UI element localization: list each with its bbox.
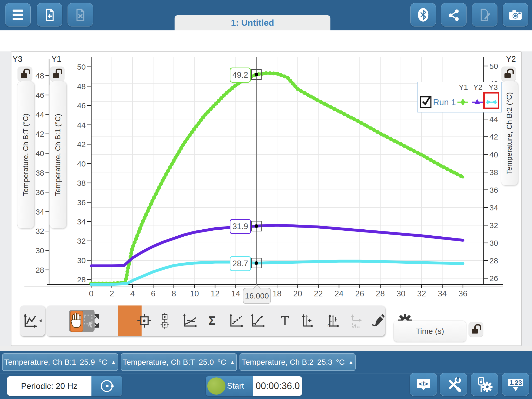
add-y-axis-icon (299, 312, 316, 329)
svg-text:30: 30 (36, 246, 44, 255)
sensor-meter-ch-bt[interactable]: Temperature, Ch B:T25.0°C▲ (121, 353, 237, 371)
svg-text:36: 36 (77, 198, 86, 207)
svg-text:Σ: Σ (208, 314, 216, 327)
edit-page-icon (477, 7, 492, 22)
examine-multi-icon (156, 312, 173, 329)
svg-text:42: 42 (36, 130, 44, 138)
page-tab[interactable]: 1: Untitled (175, 15, 330, 30)
svg-text:38: 38 (489, 168, 498, 177)
pencil-icon (371, 312, 387, 329)
svg-text:32: 32 (489, 221, 498, 230)
sensor-meter-ch-b2[interactable]: Temperature, Ch B:225.3°C▲ (240, 353, 356, 371)
sensor-value: 25.9 (80, 358, 95, 367)
tangent-tool-button[interactable] (182, 312, 199, 329)
timer-display: 00:00:36.0 (253, 376, 302, 396)
svg-text:2: 2 (110, 289, 114, 298)
y2-axis-label: Temperature, Ch B:2 (°C) (505, 92, 514, 174)
svg-text:34: 34 (36, 208, 44, 216)
sensor-value: 25.3 (317, 358, 332, 367)
chevron-up-icon: ▲ (230, 359, 235, 365)
menu-button[interactable] (5, 3, 31, 26)
svg-text:44: 44 (36, 110, 44, 119)
y1-axis-lock-button[interactable] (50, 66, 64, 81)
snapshot-button[interactable] (503, 3, 528, 26)
pan-select-toggle (69, 310, 95, 332)
x-cursor-handle[interactable]: 16.000 (243, 288, 271, 304)
svg-text:40: 40 (489, 150, 498, 159)
svg-text:26: 26 (489, 274, 498, 283)
graph-card: 2830323436384042444648283032343638404244… (11, 51, 522, 346)
svg-text:1.23: 1.23 (509, 379, 522, 386)
svg-text:30: 30 (489, 239, 498, 247)
svg-text:28: 28 (36, 266, 44, 274)
add-page-button[interactable] (37, 3, 62, 26)
cursor-value-ch-bt: 28.7 (230, 256, 251, 271)
svg-text:34: 34 (438, 289, 447, 298)
svg-text:14: 14 (231, 289, 240, 298)
svg-text:32: 32 (77, 237, 86, 245)
y2-axis-lock-button[interactable] (501, 66, 516, 81)
run1-label: Run 1 (433, 97, 456, 107)
y1-axis-tag: Y1 (51, 55, 61, 64)
svg-text:50: 50 (77, 63, 86, 71)
marquee-select-icon (83, 312, 94, 329)
app-screen: 1: Untitled 2830323436384042444648283032… (0, 0, 532, 399)
run1-checkbox[interactable] (420, 96, 431, 108)
tools-icon (445, 376, 462, 393)
svg-text:32: 32 (36, 227, 44, 235)
annotate-button[interactable]: T (277, 312, 293, 329)
examine-point-button[interactable] (136, 312, 152, 329)
svg-text:48: 48 (77, 82, 86, 91)
bluetooth-button[interactable] (410, 3, 436, 26)
svg-text:36: 36 (489, 186, 498, 194)
share-button[interactable] (441, 3, 467, 26)
bluetooth-icon (416, 7, 431, 22)
svg-text:38: 38 (77, 179, 86, 187)
svg-text:26: 26 (355, 289, 364, 298)
svg-text:10: 10 (190, 289, 199, 298)
linear-fit-icon (229, 312, 245, 329)
svg-text:6: 6 (151, 289, 155, 298)
x-axis-label-button[interactable]: Time (s) (394, 321, 466, 342)
curve-fit-button[interactable] (250, 312, 267, 329)
linear-fit-button[interactable] (229, 312, 245, 329)
x-axis-lock-button[interactable] (469, 322, 483, 337)
sensor-settings-button[interactable] (471, 373, 498, 396)
right-gutter (521, 51, 532, 346)
svg-text:50: 50 (489, 62, 498, 70)
sensor-value: 25.0 (199, 358, 214, 367)
add-axis-disabled-icon (348, 312, 364, 329)
graph-type-button[interactable] (20, 305, 45, 336)
sensor-meter-ch-b1[interactable]: Temperature, Ch B:125.9°C▲ (2, 353, 118, 371)
start-button[interactable]: Start (206, 376, 253, 396)
examine-multi-button[interactable] (156, 312, 173, 329)
svg-text:44: 44 (489, 115, 498, 123)
card-gap (0, 346, 532, 351)
digits-display-button[interactable]: 1.23 (502, 373, 529, 396)
zero-baseline-button[interactable]: 0 (325, 312, 342, 329)
start-label: Start (227, 381, 244, 391)
svg-text:40: 40 (36, 149, 44, 158)
y3-axis-lock-button[interactable] (18, 66, 32, 81)
graph-toolbar: Σ T (46, 305, 385, 336)
marquee-select-button[interactable] (83, 312, 94, 329)
statistics-button[interactable]: Σ (204, 312, 220, 329)
tools-button[interactable] (440, 373, 467, 396)
hand-icon (71, 311, 82, 330)
y2-axis-label-button[interactable]: Temperature, Ch B:2 (°C) (501, 81, 518, 185)
pan-tool-button[interactable] (70, 311, 83, 332)
svg-text:34: 34 (489, 203, 498, 212)
legend-marker-y2[interactable] (471, 97, 483, 107)
code-button[interactable]: </> (410, 373, 437, 396)
sampling-mode-icon (91, 376, 122, 396)
y1-axis-label-button[interactable]: Temperature, Ch B:1 (°C) (49, 81, 66, 229)
y1-axis-label: Temperature, Ch B:1 (°C) (54, 114, 62, 196)
add-y-axis-button[interactable] (299, 312, 316, 329)
sampling-mode-button[interactable]: Periodic: 20 Hz (7, 376, 122, 396)
sensor-bar: Temperature, Ch B:125.9°C▲ Temperature, … (0, 351, 532, 374)
legend-marker-y1[interactable] (457, 97, 469, 107)
x-axis-label: Time (s) (416, 327, 444, 336)
y3-axis-label-button[interactable]: Temperature, Ch B:T (°C) (17, 81, 34, 229)
prediction-tool-button[interactable] (371, 312, 387, 329)
svg-text:48: 48 (36, 71, 44, 80)
